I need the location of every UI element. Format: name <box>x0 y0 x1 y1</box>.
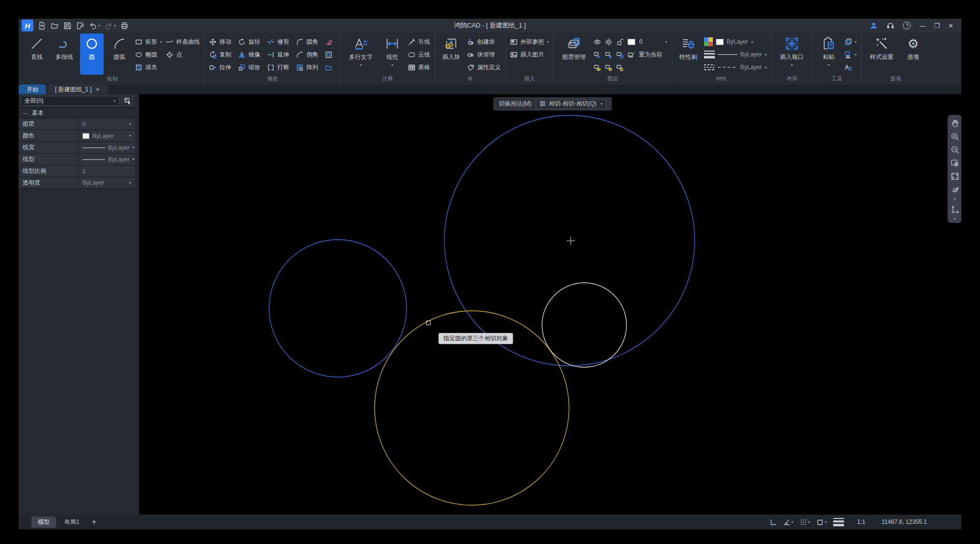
grid-dropdown-icon[interactable]: ▾ <box>808 520 810 524</box>
model-tab[interactable]: 模型 <box>31 517 56 528</box>
hatch-button[interactable]: 填充 <box>135 61 162 74</box>
style-settings-button[interactable]: 样式设置 <box>866 33 898 61</box>
linetype-control[interactable]: ByLayer ▾ <box>704 61 767 74</box>
collapse-icon[interactable]: — <box>23 110 28 116</box>
zoom-window-icon[interactable] <box>951 159 959 167</box>
orbit-dropdown-icon[interactable]: ▾ <box>953 198 955 200</box>
cut-clip-button[interactable]: ▾ <box>844 48 857 61</box>
ellipse-button[interactable]: 椭圆 <box>135 48 162 61</box>
annotation-scale[interactable]: 1:1 <box>857 518 866 525</box>
revision-cloud-button[interactable]: 云线 <box>408 48 430 61</box>
quick-select-button[interactable] <box>121 96 133 106</box>
create-block-button[interactable]: 创建块 <box>467 35 501 48</box>
pan-hand-icon[interactable] <box>951 119 959 128</box>
switch-method-label[interactable]: 切换画法(M) <box>499 100 531 108</box>
options-button[interactable]: ⚙ 选项 <box>901 33 925 61</box>
layout1-tab[interactable]: 布局1 <box>58 517 86 528</box>
user-account-icon[interactable] <box>870 22 878 30</box>
linear-dim-button[interactable]: 线性 ▾ <box>381 33 404 66</box>
panel-section-basic[interactable]: —基本 <box>19 108 135 118</box>
explode-button[interactable] <box>325 61 336 74</box>
paste-button[interactable]: 粘贴 ▾ <box>817 33 841 66</box>
layer-lock-icon[interactable] <box>616 51 624 58</box>
copy-clip-button[interactable]: ▾ <box>844 35 857 48</box>
paste-dropdown-icon[interactable]: ▾ <box>828 64 830 66</box>
mirror-button[interactable]: 镜像 <box>238 48 260 61</box>
xref-dropdown-icon[interactable]: ▾ <box>547 40 549 44</box>
tangent-highlight-circle-left[interactable] <box>269 240 407 377</box>
support-headset-icon[interactable] <box>886 22 895 30</box>
extend-button[interactable]: 延伸 <box>267 48 289 61</box>
spline-button[interactable]: 样条曲线 <box>166 35 200 48</box>
drawing-canvas[interactable]: 切换画法(M) 圆: 相切-相切-相切(Q)▾ 指定圆的第三个相切对象 ▾ ▾ <box>139 94 961 515</box>
undo-button[interactable]: ▾ <box>89 22 100 30</box>
lineweight-value-dropdown[interactable]: ByLayer▾ <box>79 142 138 153</box>
insert-image-button[interactable]: 插入图片 <box>510 48 549 61</box>
arc-button[interactable]: 圆弧 <box>108 33 131 61</box>
leader-button[interactable]: 引线 <box>408 35 430 48</box>
linear-dim-dropdown-icon[interactable]: ▾ <box>391 64 393 66</box>
add-layout-button[interactable]: + <box>88 517 101 526</box>
layer-unisolate-icon[interactable] <box>605 64 612 71</box>
polar-tracking-toggle[interactable]: ▾ <box>783 518 793 526</box>
color-dropdown-icon[interactable]: ▾ <box>751 40 753 44</box>
restore-button[interactable]: ❐ <box>934 22 940 29</box>
transparency-value-dropdown[interactable]: ByLayer▾ <box>79 177 135 188</box>
app-logo[interactable]: H <box>22 20 33 31</box>
viewport-dropdown-icon[interactable]: ▾ <box>791 64 793 66</box>
move-button[interactable]: 移动 <box>209 35 231 48</box>
block-manager-button[interactable]: 块管理 <box>467 48 501 61</box>
layer-dropdown-icon[interactable]: ▾ <box>665 40 667 44</box>
open-file-button[interactable] <box>51 22 59 30</box>
lineweight-control[interactable]: ByLayer ▾ <box>704 48 767 61</box>
offset-button[interactable] <box>325 48 336 61</box>
mtext-dropdown-icon[interactable]: ▾ <box>360 64 362 66</box>
polar-dropdown-icon[interactable]: ▾ <box>791 520 793 524</box>
insert-viewport-button[interactable]: 插入视口 ▾ <box>776 33 808 66</box>
set-current-label[interactable]: 置为当前 <box>639 51 662 59</box>
ortho-toggle[interactable] <box>769 518 777 526</box>
tab-drawing[interactable]: [ 新建图纸_1 ]✕ <box>47 84 108 94</box>
rectangle-dropdown-icon[interactable]: ▾ <box>160 40 162 44</box>
attribute-define-button[interactable]: 属性定义 <box>467 61 501 74</box>
layer-unlock-all-icon[interactable] <box>616 64 624 71</box>
chamfer-button[interactable]: 倒角 <box>296 48 318 61</box>
stretch-button[interactable]: 拉伸 <box>209 61 231 74</box>
polyline-button[interactable]: 多段线 <box>53 33 76 61</box>
zoom-out-icon[interactable] <box>951 145 959 154</box>
ltscale-value[interactable]: 1 <box>79 165 135 177</box>
orbit-icon[interactable] <box>951 185 959 194</box>
lineweight-dropdown-icon[interactable]: ▾ <box>765 53 767 57</box>
close-button[interactable]: ✕ <box>948 22 953 29</box>
save-button[interactable] <box>63 22 72 30</box>
erase-button[interactable] <box>325 35 336 48</box>
linetype-dropdown-icon[interactable]: ▾ <box>765 65 767 70</box>
circle-method-dropdown[interactable]: 圆: 相切-相切-相切(Q)▾ <box>536 99 606 109</box>
point-button[interactable]: 点 <box>166 48 200 61</box>
rotate-button[interactable]: 旋转 <box>238 35 260 48</box>
print-button[interactable] <box>120 22 129 30</box>
osnap-toggle[interactable]: ▾ <box>817 518 827 526</box>
ucs-dropdown-icon[interactable]: ▾ <box>953 218 955 220</box>
layer-freeze-icon[interactable] <box>605 51 612 58</box>
fillet-button[interactable]: 圆角 <box>296 35 318 48</box>
zoom-extents-icon[interactable] <box>951 172 959 181</box>
scale-button[interactable]: 缩放 <box>238 61 260 74</box>
layer-unlock-icon[interactable] <box>616 38 624 46</box>
layer-value-dropdown[interactable]: 0▾ <box>79 118 135 130</box>
array-button[interactable]: 阵列 <box>296 61 318 74</box>
layer-off-icon[interactable] <box>594 51 601 58</box>
grid-toggle[interactable]: ▾ <box>800 518 810 526</box>
tab-start[interactable]: 开始 <box>19 84 46 94</box>
redo-dropdown-icon[interactable]: ▾ <box>114 24 116 28</box>
drawn-circle-white[interactable] <box>542 283 626 367</box>
xref-button[interactable]: 外部参照▾ <box>510 35 549 48</box>
rectangle-button[interactable]: 矩形▾ <box>135 35 162 48</box>
selection-filter-dropdown[interactable]: 全部(0)▾ <box>21 96 119 106</box>
line-button[interactable]: 直线 <box>25 33 49 61</box>
table-button[interactable]: 表格 <box>408 61 430 74</box>
ucs-axes-icon[interactable] <box>951 205 959 214</box>
save-as-button[interactable] <box>76 22 84 30</box>
find-replace-button[interactable] <box>844 61 857 74</box>
cut-clip-dropdown-icon[interactable]: ▾ <box>855 53 857 57</box>
